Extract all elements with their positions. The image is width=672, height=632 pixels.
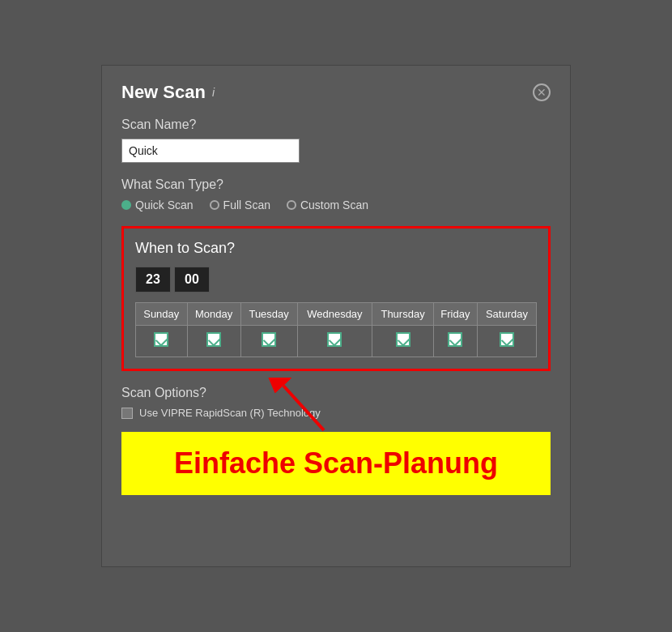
radio-label-custom: Custom Scan <box>300 199 368 211</box>
days-header-row: Sunday Monday Tuesday Wednesday Thursday… <box>136 303 537 326</box>
day-tuesday: Tuesday <box>240 303 297 326</box>
scan-options-label: Scan Options? <box>121 386 551 400</box>
cell-saturday <box>477 326 536 357</box>
dialog-title: New Scan i <box>121 82 215 103</box>
checkbox-thursday[interactable] <box>396 332 410 347</box>
when-scan-title: When to Scan? <box>135 240 537 257</box>
radio-quick-scan[interactable]: Quick Scan <box>121 199 194 211</box>
scan-type-section: What Scan Type? Quick Scan Full Scan Cus… <box>121 177 551 211</box>
when-to-scan-section: When to Scan? 23 00 Sunday Monday Tuesda… <box>121 226 551 371</box>
days-table: Sunday Monday Tuesday Wednesday Thursday… <box>135 302 537 357</box>
scan-options-section: Scan Options? Use VIPRE RapidScan (R) Te… <box>121 386 551 419</box>
scan-name-input[interactable] <box>121 139 300 163</box>
day-thursday: Thursday <box>372 303 434 326</box>
radio-label-quick: Quick Scan <box>135 199 194 211</box>
scan-type-options: Quick Scan Full Scan Custom Scan <box>121 199 551 211</box>
radio-label-full: Full Scan <box>223 199 270 211</box>
new-scan-dialog: New Scan i ✕ Scan Name? What Scan Type? … <box>101 65 571 567</box>
checkbox-sunday[interactable] <box>154 332 168 347</box>
checkbox-monday[interactable] <box>206 332 221 347</box>
radio-dot-quick <box>121 200 131 210</box>
yellow-banner: Einfache Scan-Planung <box>121 432 551 495</box>
radio-custom-scan[interactable]: Custom Scan <box>287 199 368 211</box>
day-wednesday: Wednesday <box>297 303 372 326</box>
rapid-scan-option: Use VIPRE RapidScan (R) Technology <box>121 407 551 419</box>
banner-text: Einfache Scan-Planung <box>138 446 534 480</box>
close-button[interactable]: ✕ <box>533 83 551 101</box>
svg-line-1 <box>283 386 324 430</box>
radio-dot-custom <box>287 200 296 210</box>
minute-input[interactable]: 00 <box>174 267 210 293</box>
day-friday: Friday <box>433 303 477 326</box>
cell-tuesday <box>240 326 297 357</box>
cell-friday <box>433 326 477 357</box>
day-monday: Monday <box>187 303 240 326</box>
radio-dot-full <box>210 200 219 210</box>
checkbox-wednesday[interactable] <box>327 332 342 347</box>
scan-name-label: Scan Name? <box>121 117 551 132</box>
checkbox-tuesday[interactable] <box>262 332 276 347</box>
day-sunday: Sunday <box>136 303 188 326</box>
day-saturday: Saturday <box>477 303 536 326</box>
cell-sunday <box>136 326 188 357</box>
scan-options-wrapper: Scan Options? Use VIPRE RapidScan (R) Te… <box>121 386 551 419</box>
cell-wednesday <box>297 326 372 357</box>
checkbox-saturday[interactable] <box>500 332 514 347</box>
days-checkbox-row <box>136 326 537 357</box>
title-text: New Scan <box>121 82 206 103</box>
red-arrow-annotation <box>267 378 332 438</box>
info-icon[interactable]: i <box>212 86 215 99</box>
hour-input[interactable]: 23 <box>135 267 171 293</box>
close-icon: ✕ <box>537 87 547 98</box>
rapid-scan-checkbox[interactable] <box>121 408 133 419</box>
checkbox-friday[interactable] <box>448 332 462 347</box>
radio-full-scan[interactable]: Full Scan <box>210 199 270 211</box>
scan-type-label: What Scan Type? <box>121 177 551 192</box>
cell-thursday <box>372 326 434 357</box>
cell-monday <box>187 326 240 357</box>
time-inputs: 23 00 <box>135 267 537 293</box>
dialog-header: New Scan i ✕ <box>121 82 551 103</box>
